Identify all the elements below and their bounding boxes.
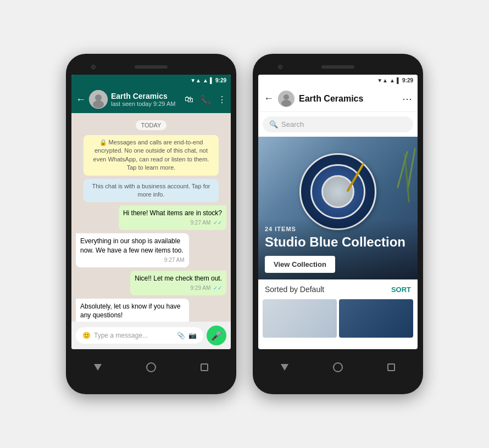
- time-right: 9:29: [402, 77, 413, 83]
- catalog-thumb-2[interactable]: [339, 299, 413, 338]
- status-bar-right: ▼▲ ▲ ▌ 9:29: [258, 75, 418, 86]
- msg1-text: Hi there! What items are in stock?: [123, 209, 222, 218]
- home-nav-left[interactable]: [145, 361, 157, 373]
- message-input-field[interactable]: 🙂 Type a message... 📎 📷: [76, 327, 203, 344]
- avatar-right: [278, 91, 294, 107]
- phone-nav-right: [258, 354, 418, 381]
- msg4-time: 9:29 AM: [80, 321, 185, 322]
- search-placeholder: Search: [281, 120, 304, 128]
- read-tick: ✓✓: [213, 220, 222, 226]
- phones-container: ▼▲ ▲ ▌ 9:29 ← Earth Ceramics: [66, 54, 423, 394]
- business-notice[interactable]: This chat is with a business account. Ta…: [84, 179, 219, 203]
- svg-point-4: [284, 94, 289, 100]
- speaker-right: [321, 65, 354, 69]
- msg4-text: Absolutely, let us know if you have any …: [80, 302, 185, 321]
- more-icon[interactable]: ⋮: [218, 94, 226, 105]
- mic-button[interactable]: 🎤: [207, 326, 226, 345]
- chat-header: ← Earth Ceramics last seen today 9:29 AM…: [71, 86, 231, 113]
- catalog-hero: 24 ITEMS Studio Blue Collection View Col…: [258, 137, 418, 279]
- recents-nav-left[interactable]: [198, 361, 210, 373]
- message-sent-2: Nice!! Let me check them out. 9:29 AM ✓✓: [130, 271, 226, 295]
- signal-icon: ▼▲: [190, 77, 201, 83]
- catalog-header: ← Earth Ceramics ⋯: [258, 86, 418, 112]
- chat-business-name: Earth Ceramics: [111, 92, 181, 100]
- phone-top-bar-right: [258, 61, 418, 72]
- back-nav-left[interactable]: [92, 361, 104, 373]
- svg-point-1: [95, 94, 102, 101]
- svg-point-2: [93, 100, 104, 108]
- camera-left: [91, 65, 96, 69]
- msg3-text: Nice!! Let me check them out.: [135, 274, 222, 283]
- msg3-time: 9:29 AM ✓✓: [135, 284, 222, 292]
- encryption-notice[interactable]: 🔒 Messages and calls are end-to-end encr…: [84, 135, 219, 176]
- battery-icon: ▌: [210, 77, 214, 83]
- battery-icon-r: ▌: [397, 77, 401, 83]
- back-nav-right[interactable]: [279, 361, 291, 373]
- svg-point-5: [281, 100, 291, 107]
- home-nav-right[interactable]: [332, 361, 344, 373]
- items-count: 24 ITEMS: [265, 226, 411, 232]
- msg2-time: 9:27 AM: [80, 256, 185, 264]
- catalog-grid: [258, 299, 418, 338]
- catalog-business-name: Earth Ceramics: [299, 94, 398, 104]
- date-label: TODAY: [136, 120, 167, 130]
- phone-nav-left: [71, 354, 231, 381]
- message-received-2: Absolutely, let us know if you have any …: [76, 299, 189, 322]
- catalog-back-button[interactable]: ←: [264, 93, 274, 104]
- sort-button[interactable]: SORT: [391, 285, 411, 294]
- msg2-text: Everything in our shop is available now.…: [80, 237, 185, 255]
- catalog-screen: ▼▲ ▲ ▌ 9:29 ← Earth Ceramics ⋯: [258, 75, 418, 349]
- chat-messages: TODAY 🔒 Messages and calls are end-to-en…: [71, 113, 231, 322]
- phone-top-bar-left: [71, 61, 231, 72]
- avatar-left: [89, 90, 108, 109]
- status-icons-right: ▼▲ ▲ ▌ 9:29: [377, 77, 413, 83]
- recents-nav-right[interactable]: [385, 361, 397, 373]
- status-icons-left: ▼▲ ▲ ▌ 9:29: [190, 77, 226, 83]
- back-button[interactable]: ←: [76, 94, 86, 105]
- chat-input-bar: 🙂 Type a message... 📎 📷 🎤: [71, 322, 231, 349]
- camera-icon[interactable]: 📷: [188, 332, 197, 339]
- catalog-sort-bar: Sorted by Default SORT: [258, 279, 418, 299]
- emoji-icon[interactable]: 🙂: [82, 332, 91, 339]
- sort-label: Sorted by Default: [265, 285, 324, 294]
- plate-small: [321, 175, 354, 208]
- attachment-icon[interactable]: 📎: [177, 332, 185, 339]
- collection-title: Studio Blue Collection: [265, 234, 411, 250]
- status-bar-left: ▼▲ ▲ ▌ 9:29: [71, 75, 231, 86]
- camera-right: [278, 65, 282, 69]
- input-placeholder: Type a message...: [94, 332, 174, 339]
- shop-icon[interactable]: 🛍: [185, 94, 193, 104]
- chat-screen: ▼▲ ▲ ▌ 9:29 ← Earth Ceramics: [71, 75, 231, 349]
- view-collection-button[interactable]: View Collection: [265, 256, 335, 273]
- message-received-1: Everything in our shop is available now.…: [76, 233, 189, 267]
- signal-icon-r: ▼▲: [377, 77, 388, 83]
- wifi-icon-r: ▲: [390, 77, 395, 83]
- catalog-more-icon[interactable]: ⋯: [402, 93, 412, 105]
- chat-last-seen: last seen today 9:29 AM: [111, 100, 181, 107]
- catalog-search-bar[interactable]: 🔍 Search: [263, 116, 413, 132]
- chat-header-info: Earth Ceramics last seen today 9:29 AM: [111, 92, 181, 107]
- catalog-hero-overlay: 24 ITEMS Studio Blue Collection View Col…: [258, 219, 418, 279]
- catalog-thumb-1[interactable]: [263, 299, 337, 338]
- phone-left: ▼▲ ▲ ▌ 9:29 ← Earth Ceramics: [66, 54, 236, 394]
- read-tick-2: ✓✓: [213, 285, 222, 291]
- phone-right: ▼▲ ▲ ▌ 9:29 ← Earth Ceramics ⋯: [253, 54, 423, 394]
- chat-header-icons: 🛍 📞 ⋮: [185, 94, 226, 105]
- search-icon: 🔍: [269, 120, 278, 128]
- msg1-time: 9:27 AM ✓✓: [123, 219, 222, 227]
- wifi-icon: ▲: [203, 77, 208, 83]
- message-sent-1: Hi there! What items are in stock? 9:27 …: [119, 205, 226, 230]
- speaker-left: [135, 65, 168, 69]
- video-call-icon[interactable]: 📞: [200, 94, 211, 105]
- stems-decoration: [396, 148, 412, 214]
- time-left: 9:29: [215, 77, 226, 83]
- date-badge: TODAY: [76, 120, 226, 130]
